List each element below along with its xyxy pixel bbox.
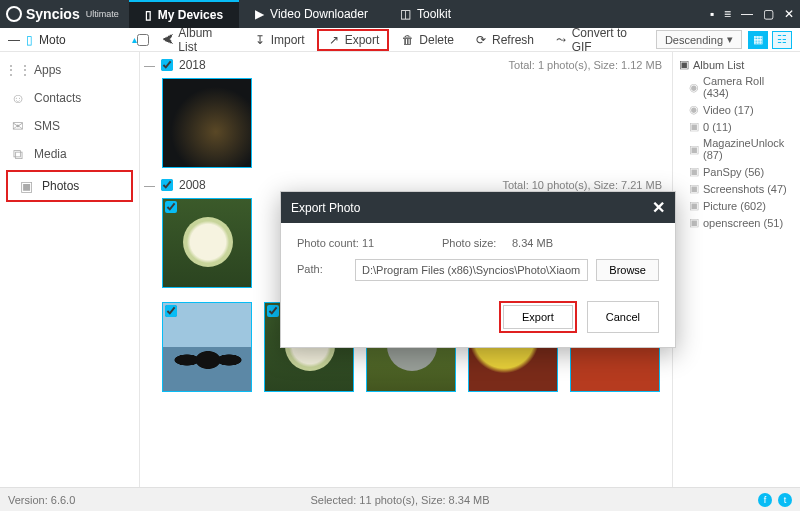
album-label: Video (17) bbox=[703, 104, 754, 116]
group-stats: Total: 1 photo(s), Size: 1.12 MB bbox=[509, 59, 668, 71]
path-input[interactable] bbox=[355, 259, 588, 281]
album-item[interactable]: ▣0 (11) bbox=[677, 118, 796, 135]
size-value: 8.34 MB bbox=[512, 237, 553, 249]
calendar-view-button[interactable]: ☷ bbox=[772, 31, 792, 49]
photo-thumbnail[interactable] bbox=[162, 78, 252, 168]
photo-thumbnail[interactable] bbox=[162, 302, 252, 392]
back-button[interactable]: ⮜Album List bbox=[153, 24, 241, 56]
image-icon: ▣ bbox=[689, 120, 699, 133]
album-item[interactable]: ▣openscreen (51) bbox=[677, 214, 796, 231]
photos-icon: ▣ bbox=[18, 178, 34, 194]
album-item[interactable]: ◉Camera Roll (434) bbox=[677, 73, 796, 101]
phone-icon: ▯ bbox=[145, 8, 152, 22]
album-item[interactable]: ▣MagazineUnlock (87) bbox=[677, 135, 796, 163]
facebook-icon[interactable]: f bbox=[758, 493, 772, 507]
export-btn-label: Export bbox=[522, 311, 554, 323]
device-selector[interactable]: — ▯ Moto ▴ bbox=[8, 33, 137, 47]
tab-label: My Devices bbox=[158, 8, 223, 22]
system-buttons: ▪ ≡ — ▢ ✕ bbox=[710, 7, 794, 21]
album-head-label: Album List bbox=[693, 59, 744, 71]
chevron-down-icon: ▾ bbox=[727, 33, 733, 46]
album-label: Picture (602) bbox=[703, 200, 766, 212]
photo-thumbnail[interactable] bbox=[162, 198, 252, 288]
group-checkbox[interactable] bbox=[161, 59, 173, 71]
gif-icon: ⤳ bbox=[554, 33, 568, 47]
sidebar-item-label: Media bbox=[34, 147, 67, 161]
dialog-close-icon[interactable]: ✕ bbox=[652, 198, 665, 217]
collapse-icon[interactable]: — bbox=[144, 179, 155, 191]
sidebar-item-sms[interactable]: ✉SMS bbox=[0, 112, 139, 140]
app-name: Syncios bbox=[26, 6, 80, 22]
album-item[interactable]: ▣PanSpy (56) bbox=[677, 163, 796, 180]
thumb-checkbox[interactable] bbox=[165, 201, 177, 213]
album-label: 0 (11) bbox=[703, 121, 732, 133]
sort-dropdown[interactable]: Descending▾ bbox=[656, 30, 742, 49]
tab-label: Toolkit bbox=[417, 7, 451, 21]
grid-view-button[interactable]: ▦ bbox=[748, 31, 768, 49]
browse-button[interactable]: Browse bbox=[596, 259, 659, 281]
contacts-icon: ☺ bbox=[10, 90, 26, 106]
sidebar-item-label: Contacts bbox=[34, 91, 81, 105]
back-icon: ⮜ bbox=[161, 33, 175, 47]
refresh-icon: ⟳ bbox=[474, 33, 488, 47]
album-label: Camera Roll (434) bbox=[703, 75, 792, 99]
image-icon: ▣ bbox=[689, 182, 699, 195]
message-icon[interactable]: ▪ bbox=[710, 7, 714, 21]
sidebar-item-apps[interactable]: ⋮⋮Apps bbox=[0, 56, 139, 84]
camera-icon: ◉ bbox=[689, 81, 699, 94]
sidebar-item-media[interactable]: ⧉Media bbox=[0, 140, 139, 168]
device-toolbar: — ▯ Moto ▴ ⮜Album List ↧Import ↗Export 🗑… bbox=[0, 28, 800, 52]
sidebar-item-photos[interactable]: ▣Photos bbox=[8, 172, 131, 200]
export-label: Export bbox=[345, 33, 380, 47]
sidebar-item-label: SMS bbox=[34, 119, 60, 133]
twitter-icon[interactable]: t bbox=[778, 493, 792, 507]
menu-icon[interactable]: ≡ bbox=[724, 7, 731, 21]
group-checkbox[interactable] bbox=[161, 179, 173, 191]
collapse-icon[interactable]: — bbox=[144, 59, 155, 71]
delete-button[interactable]: 🗑Delete bbox=[393, 31, 462, 49]
export-icon: ↗ bbox=[327, 33, 341, 47]
sidebar-item-contacts[interactable]: ☺Contacts bbox=[0, 84, 139, 112]
album-list-header: ▣Album List bbox=[677, 56, 796, 73]
sms-icon: ✉ bbox=[10, 118, 26, 134]
selection-label: Selected: 11 photo(s), Size: 8.34 MB bbox=[310, 494, 489, 506]
app-logo: Syncios Ultimate bbox=[6, 6, 119, 22]
export-button[interactable]: ↗Export bbox=[317, 29, 390, 51]
grid-icon: ◫ bbox=[400, 7, 411, 21]
album-label: PanSpy (56) bbox=[703, 166, 764, 178]
folder-icon: ▣ bbox=[679, 58, 689, 71]
thumb-checkbox[interactable] bbox=[165, 81, 177, 93]
import-button[interactable]: ↧Import bbox=[245, 31, 313, 49]
status-bar: Version: 6.6.0 Selected: 11 photo(s), Si… bbox=[0, 487, 800, 511]
thumb-checkbox[interactable] bbox=[267, 305, 279, 317]
image-icon: ▣ bbox=[689, 216, 699, 229]
album-item[interactable]: ▣Picture (602) bbox=[677, 197, 796, 214]
photo-group: — 2018 Total: 1 photo(s), Size: 1.12 MB bbox=[144, 54, 668, 168]
image-icon: ▣ bbox=[689, 199, 699, 212]
sort-label: Descending bbox=[665, 34, 723, 46]
album-item[interactable]: ▣Screenshots (47) bbox=[677, 180, 796, 197]
select-all-checkbox[interactable] bbox=[137, 34, 149, 46]
minimize-icon[interactable]: — bbox=[741, 7, 753, 21]
dialog-cancel-button[interactable]: Cancel bbox=[587, 301, 659, 333]
close-icon[interactable]: ✕ bbox=[784, 7, 794, 21]
size-label: Photo size: bbox=[442, 237, 512, 249]
album-panel: ▣Album List ◉Camera Roll (434) ◉Video (1… bbox=[672, 52, 800, 487]
thumb-checkbox[interactable] bbox=[165, 305, 177, 317]
album-item[interactable]: ◉Video (17) bbox=[677, 101, 796, 118]
import-icon: ↧ bbox=[253, 33, 267, 47]
group-stats: Total: 10 photo(s), Size: 7.21 MB bbox=[502, 179, 668, 191]
image-icon: ▣ bbox=[689, 165, 699, 178]
play-icon: ▶ bbox=[255, 7, 264, 21]
browse-label: Browse bbox=[609, 264, 646, 276]
group-year: 2018 bbox=[179, 58, 206, 72]
group-year: 2008 bbox=[179, 178, 206, 192]
count-label: Photo count: bbox=[297, 237, 362, 249]
sidebar-item-label: Photos bbox=[42, 179, 79, 193]
refresh-button[interactable]: ⟳Refresh bbox=[466, 31, 542, 49]
convert-gif-button[interactable]: ⤳Convert to GIF bbox=[546, 24, 656, 56]
sidebar-item-label: Apps bbox=[34, 63, 61, 77]
maximize-icon[interactable]: ▢ bbox=[763, 7, 774, 21]
refresh-label: Refresh bbox=[492, 33, 534, 47]
dialog-export-button[interactable]: Export bbox=[503, 305, 573, 329]
